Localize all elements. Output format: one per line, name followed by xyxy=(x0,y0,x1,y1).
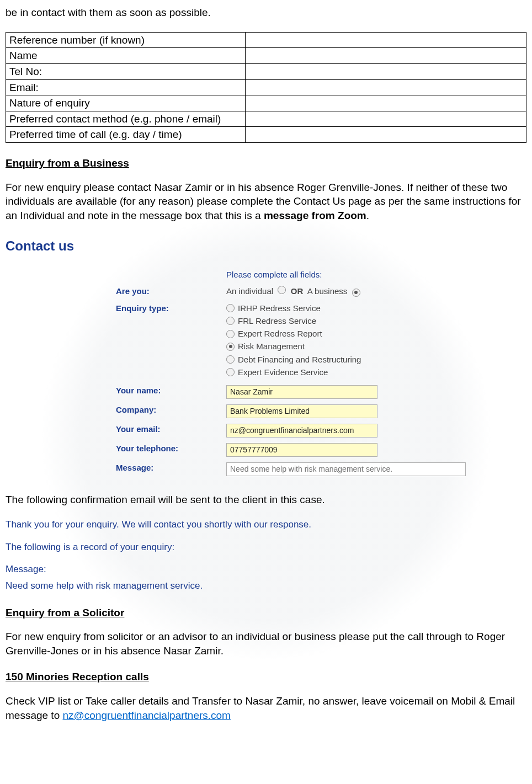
contact-intro: Please complete all fields: xyxy=(226,269,526,280)
label-are-you: Are you: xyxy=(6,286,226,297)
form-value-cell[interactable] xyxy=(245,79,526,95)
label-company: Company: xyxy=(6,404,226,415)
confirm-msg-label: Message: xyxy=(6,562,526,577)
radio-icon[interactable] xyxy=(226,304,235,312)
table-row: Tel No: xyxy=(6,63,526,79)
radio-icon[interactable] xyxy=(226,368,235,376)
table-row: Email: xyxy=(6,79,526,95)
form-label-cell: Preferred contact method (e.g. phone / e… xyxy=(6,111,246,127)
form-label-cell: Email: xyxy=(6,79,246,95)
heading-solicitor: Enquiry from a Solicitor xyxy=(6,606,526,620)
enquiry-type-label: IRHP Redress Service xyxy=(238,303,321,314)
contact-us-title: Contact us xyxy=(6,237,526,255)
individual-form-table: Reference number (if known)NameTel No:Em… xyxy=(6,32,526,143)
table-row: Preferred time of call (e.g. day / time) xyxy=(6,127,526,143)
radio-icon[interactable] xyxy=(226,355,235,364)
label-message: Message: xyxy=(6,462,226,473)
enquiry-type-option[interactable]: Risk Management xyxy=(226,341,526,352)
label-your-email: Your email: xyxy=(6,424,226,435)
label-your-name: Your name: xyxy=(6,385,226,396)
enquiry-type-option[interactable]: Expert Evidence Service xyxy=(226,367,526,378)
form-label-cell: Nature of enquiry xyxy=(6,95,246,111)
radio-individual[interactable] xyxy=(278,286,286,294)
input-your-email[interactable]: nz@congruentfinancialpartners.com xyxy=(226,424,377,438)
heading-business: Enquiry from a Business xyxy=(6,156,526,170)
table-row: Reference number (if known) xyxy=(6,32,526,48)
para-business: For new enquiry please contact Nasar Zam… xyxy=(6,180,526,223)
confirm-line-2: The following is a record of your enquir… xyxy=(6,540,526,554)
enquiry-type-option[interactable]: Expert Redress Report xyxy=(226,328,526,339)
confirm-line-1: Thank you for your enquiry. We will cont… xyxy=(6,518,526,532)
radio-icon[interactable] xyxy=(226,317,235,325)
form-value-cell[interactable] xyxy=(245,95,526,111)
form-value-cell[interactable] xyxy=(245,48,526,64)
enquiry-type-label: Expert Redress Report xyxy=(238,328,322,339)
label-enquiry-type: Enquiry type: xyxy=(6,303,226,314)
input-company[interactable]: Bank Problems Limited xyxy=(226,404,377,418)
opt-business-label: A business xyxy=(307,286,348,296)
radio-icon[interactable] xyxy=(226,330,235,338)
email-link-nz[interactable]: nz@congruentfinancialpartners.com xyxy=(63,710,231,721)
confirm-msg-body: Need some help with risk management serv… xyxy=(6,579,526,593)
radio-icon[interactable] xyxy=(226,343,235,351)
continuation-line: be in contact with them as soon as possi… xyxy=(6,6,526,20)
form-label-cell: Name xyxy=(6,48,246,64)
input-your-tel[interactable]: 07757777009 xyxy=(226,443,377,457)
confirmation-email-block: Thank you for your enquiry. We will cont… xyxy=(6,518,526,593)
enquiry-type-label: Debt Financing and Restructuring xyxy=(238,354,361,365)
para-business-pre: For new enquiry please contact Nasar Zam… xyxy=(6,182,521,221)
form-value-cell[interactable] xyxy=(245,127,526,143)
para-minories: Check VIP list or Take caller details an… xyxy=(6,694,526,722)
or-label: OR xyxy=(291,286,304,296)
table-row: Name xyxy=(6,48,526,64)
enquiry-type-label: Risk Management xyxy=(238,341,305,352)
label-your-tel: Your telephone: xyxy=(6,443,226,454)
input-message[interactable]: Need some help with risk management serv… xyxy=(226,462,466,476)
enquiry-type-option[interactable]: IRHP Redress Service xyxy=(226,303,526,314)
table-row: Preferred contact method (e.g. phone / e… xyxy=(6,111,526,127)
table-row: Nature of enquiry xyxy=(6,95,526,111)
confirm-intro: The following confirmation email will be… xyxy=(6,493,526,507)
enquiry-type-option[interactable]: Debt Financing and Restructuring xyxy=(226,354,526,365)
form-value-cell[interactable] xyxy=(245,111,526,127)
form-label-cell: Reference number (if known) xyxy=(6,32,246,48)
input-your-name[interactable]: Nasar Zamir xyxy=(226,385,377,399)
para-business-post: . xyxy=(366,210,369,221)
form-label-cell: Tel No: xyxy=(6,63,246,79)
enquiry-type-label: FRL Redress Service xyxy=(238,316,316,327)
form-value-cell[interactable] xyxy=(245,32,526,48)
opt-individual-label: An individual xyxy=(226,286,273,296)
enquiry-type-option[interactable]: FRL Redress Service xyxy=(226,316,526,327)
heading-minories: 150 Minories Reception calls xyxy=(6,670,526,684)
are-you-options: An individual OR A business xyxy=(226,286,526,297)
para-solicitor: For new enquiry from solicitor or an adv… xyxy=(6,630,526,658)
para-business-bold: message from Zoom xyxy=(264,210,366,221)
form-value-cell[interactable] xyxy=(245,63,526,79)
form-label-cell: Preferred time of call (e.g. day / time) xyxy=(6,127,246,143)
radio-business[interactable] xyxy=(352,289,360,297)
enquiry-type-label: Expert Evidence Service xyxy=(238,367,328,378)
contact-us-panel: Contact us Please complete all fields: A… xyxy=(6,234,526,485)
